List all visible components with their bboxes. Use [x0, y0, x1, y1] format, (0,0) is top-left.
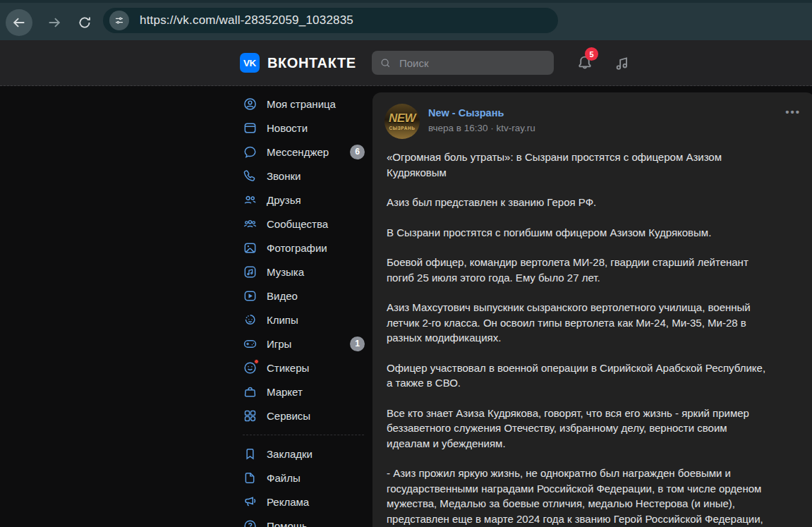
- post-paragraph: В Сызрани простятся с погибшим офицером …: [387, 225, 768, 241]
- sidebar-item-label: Сервисы: [267, 410, 367, 422]
- sidebar-item[interactable]: Реклама: [240, 490, 367, 514]
- sidebar-item[interactable]: Музыка: [240, 260, 367, 284]
- sidebar-item-label: Стикеры: [267, 362, 367, 374]
- sidebar-item-icon: [243, 447, 257, 461]
- sidebar-item-icon: [243, 384, 257, 399]
- search-icon: [380, 57, 392, 69]
- sidebar-item[interactable]: Стикеры: [240, 356, 367, 380]
- sidebar-item-icon: [243, 121, 257, 135]
- site-settings-button[interactable]: [109, 11, 129, 30]
- sidebar-item-icon: [243, 145, 257, 159]
- sidebar-item-icon: [243, 169, 257, 183]
- sidebar-item-label: Файлы: [267, 472, 367, 484]
- address-bar[interactable]: https://vk.com/wall-28352059_1032835: [103, 8, 558, 33]
- sidebar-item-icon: [243, 361, 257, 375]
- search-box[interactable]: [372, 51, 554, 75]
- sidebar-item-icon: [243, 217, 257, 231]
- sidebar-item[interactable]: Моя страница: [240, 92, 367, 116]
- sidebar-item-icon: [243, 241, 257, 255]
- sidebar-item-icon: [243, 313, 257, 327]
- sidebar-item-icon: [243, 495, 257, 509]
- sidebar-item-label: Фотографии: [267, 242, 367, 254]
- notifications-button[interactable]: 5: [576, 54, 594, 72]
- sidebar-item-label: Сообщества: [267, 218, 367, 230]
- sidebar-item[interactable]: Сообщества: [240, 212, 367, 236]
- sidebar-item-icon: [243, 408, 257, 423]
- sidebar-item[interactable]: Помощь: [240, 514, 367, 527]
- tune-icon: [114, 15, 125, 26]
- sidebar-item-icon: [243, 97, 257, 111]
- reload-icon: [77, 15, 92, 30]
- sidebar-divider: [243, 435, 364, 435]
- browser-reload-button[interactable]: [71, 9, 98, 36]
- sidebar-item[interactable]: Клипы: [240, 308, 367, 332]
- vk-page: Моя страница Новости Мессенджер 6: [0, 87, 812, 527]
- post-paragraph: Азиз Махсутович выпускник сызранского ве…: [387, 300, 768, 346]
- sidebar-item-icon: [243, 519, 257, 527]
- sidebar-item-label: Друзья: [267, 194, 367, 206]
- sidebar: Моя страница Новости Мессенджер 6: [240, 92, 367, 527]
- sidebar-item-label: Игры: [267, 338, 350, 350]
- sidebar-item-badge: 1: [350, 337, 365, 351]
- music-note-icon: [613, 54, 631, 72]
- sidebar-item-icon: [243, 265, 257, 279]
- post-body: «Огромная боль утраты»: в Сызрани простя…: [372, 139, 812, 527]
- post-header-text: New - Сызрань вчера в 16:30 · ktv-ray.ru: [428, 104, 535, 139]
- post-paragraph: Все кто знает Азиза Кудрякова, говорят, …: [387, 406, 768, 452]
- sidebar-secondary-list: Закладки Файлы Реклама Помощь: [240, 442, 367, 527]
- post-card: NEW СЫЗРАНЬ New - Сызрань вчера в 16:30 …: [372, 92, 812, 527]
- community-avatar[interactable]: NEW СЫЗРАНЬ: [384, 104, 420, 139]
- forward-arrow-icon: [47, 15, 62, 30]
- sidebar-item[interactable]: Новости: [240, 116, 367, 140]
- post-paragraph: - Азиз прожил яркую жизнь, не однократно…: [387, 466, 768, 527]
- sidebar-item-label: Звонки: [267, 170, 367, 182]
- vk-top-bar: VK ВКОНТАКТЕ 5: [0, 40, 812, 86]
- sidebar-item-icon: [243, 193, 257, 207]
- sidebar-item-label: Реклама: [267, 496, 367, 508]
- sidebar-item-label: Мессенджер: [267, 146, 350, 158]
- post-header: NEW СЫЗРАНЬ New - Сызрань вчера в 16:30 …: [372, 92, 812, 139]
- search-input[interactable]: [398, 56, 546, 70]
- sidebar-item-label: Клипы: [267, 314, 367, 326]
- sidebar-item[interactable]: Мессенджер 6: [240, 140, 367, 164]
- sidebar-item[interactable]: Игры 1: [240, 332, 367, 356]
- post-author-link[interactable]: New - Сызрань: [428, 107, 504, 119]
- browser-tab-strip: [0, 0, 812, 3]
- post-more-options-icon[interactable]: •••: [785, 104, 801, 139]
- sidebar-item[interactable]: Закладки: [240, 442, 367, 466]
- url-text[interactable]: https://vk.com/wall-28352059_1032835: [140, 13, 353, 28]
- sidebar-item[interactable]: Файлы: [240, 466, 367, 490]
- browser-forward-button[interactable]: [41, 9, 68, 36]
- notification-dot: [254, 359, 259, 364]
- post-paragraph: «Огромная боль утраты»: в Сызрани простя…: [387, 150, 768, 180]
- avatar-text-top: NEW: [389, 112, 416, 124]
- browser-chrome: https://vk.com/wall-28352059_1032835: [0, 0, 812, 40]
- sidebar-item-icon: [243, 337, 257, 351]
- sidebar-item-label: Музыка: [267, 266, 367, 278]
- post-meta: вчера в 16:30 · ktv-ray.ru: [428, 123, 535, 133]
- sidebar-primary-list: Моя страница Новости Мессенджер 6: [240, 92, 367, 428]
- sidebar-item-label: Закладки: [267, 448, 367, 460]
- sidebar-item-label: Новости: [267, 122, 367, 134]
- sidebar-item-label: Помощь: [267, 520, 367, 527]
- sidebar-item[interactable]: Маркет: [240, 380, 367, 404]
- music-button[interactable]: [613, 54, 631, 72]
- sidebar-item[interactable]: Друзья: [240, 188, 367, 212]
- post-paragraph: Офицер участвовал в военной операции в С…: [387, 361, 768, 391]
- vk-wordmark[interactable]: ВКОНТАКТЕ: [267, 55, 356, 71]
- sidebar-item-label: Видео: [267, 290, 367, 302]
- sidebar-item[interactable]: Звонки: [240, 164, 367, 188]
- sidebar-item-badge: 6: [350, 145, 365, 159]
- sidebar-item-icon: [243, 471, 257, 485]
- sidebar-item[interactable]: Фотографии: [240, 236, 367, 260]
- sidebar-item[interactable]: Видео: [240, 284, 367, 308]
- avatar-text-bottom: СЫЗРАНЬ: [389, 126, 415, 131]
- sidebar-item-icon: [243, 289, 257, 303]
- browser-back-button[interactable]: [6, 9, 32, 36]
- post-paragraph: Боевой офицер, командир вертолета МИ-28,…: [387, 255, 768, 285]
- post-paragraph: Азиз был представлен к званию Героя РФ.: [387, 195, 768, 210]
- vk-logo[interactable]: VK: [240, 53, 260, 73]
- sidebar-item[interactable]: Сервисы: [240, 404, 367, 428]
- sidebar-item-label: Моя страница: [267, 98, 367, 110]
- notifications-badge: 5: [585, 47, 598, 61]
